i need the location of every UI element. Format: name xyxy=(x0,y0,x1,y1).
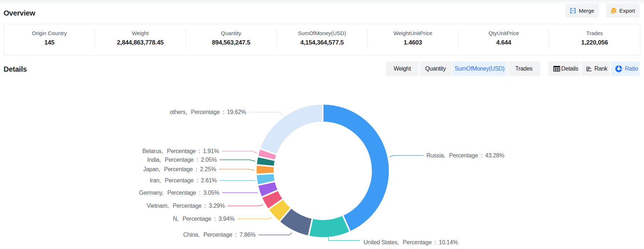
svg-text:Vietnam, Percentage : 3.29%: Vietnam, Percentage : 3.29% xyxy=(147,203,225,209)
svg-text:India, Percentage : 2.05%: India, Percentage : 2.05% xyxy=(147,157,217,163)
svg-text:United States, Percentage : 1: United States, Percentage : 10.14% xyxy=(364,239,458,245)
svg-text:China, Percentage : 7.86%: China, Percentage : 7.86% xyxy=(183,232,256,238)
svg-text:Iran, Percentage : 2.61%: Iran, Percentage : 2.61% xyxy=(150,177,217,183)
svg-text:N, Percentage : 3.94%: N, Percentage : 3.94% xyxy=(173,216,235,222)
svg-text:Germany, Percentage : 3.05%: Germany, Percentage : 3.05% xyxy=(139,190,219,196)
svg-text:Japan, Percentage : 2.25%: Japan, Percentage : 2.25% xyxy=(143,166,216,172)
svg-text:others, Percentage : 19.62%: others, Percentage : 19.62% xyxy=(170,109,246,115)
svg-text:Russia, Percentage : 43.28%: Russia, Percentage : 43.28% xyxy=(426,152,505,159)
svg-text:Belarus, Percentage : 1.91%: Belarus, Percentage : 1.91% xyxy=(142,148,219,154)
